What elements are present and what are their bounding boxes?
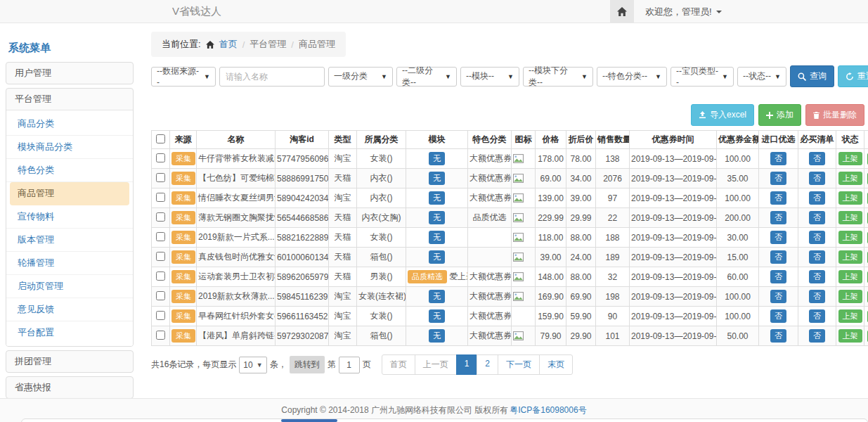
- page-button-末页[interactable]: 末页: [539, 354, 573, 375]
- module-badge[interactable]: 无: [429, 172, 445, 185]
- must-buy-toggle[interactable]: 否: [809, 270, 825, 283]
- status-badge[interactable]: 上架: [838, 191, 862, 205]
- import-select-toggle[interactable]: 否: [770, 250, 786, 264]
- status-badge[interactable]: 上架: [838, 290, 862, 303]
- module-badge[interactable]: 无: [429, 329, 445, 343]
- module-badge[interactable]: 无: [429, 309, 445, 323]
- module-badge[interactable]: 无: [429, 231, 445, 244]
- module-badge[interactable]: 无: [429, 290, 445, 303]
- filter-select-data-source[interactable]: --数据来源--▼: [151, 67, 216, 87]
- row-checkbox[interactable]: [156, 271, 165, 281]
- row-checkbox[interactable]: [156, 212, 165, 222]
- row-checkbox[interactable]: [156, 291, 165, 300]
- filter-select-item-type[interactable]: --宝贝类型--▼: [671, 67, 734, 87]
- status-badge[interactable]: 上架: [838, 309, 862, 323]
- cell-product-name: 【七色纺】可爱纯棉家...: [197, 169, 276, 188]
- cell-coupon-amount: 100.00: [717, 287, 759, 307]
- page-number-input[interactable]: [339, 357, 360, 373]
- name-search-input[interactable]: [219, 67, 325, 87]
- add-button[interactable]: 添加: [758, 104, 801, 126]
- sidebar-subitem-carousel-mgmt[interactable]: 轮播管理: [6, 252, 133, 275]
- status-badge[interactable]: 上架: [838, 329, 862, 343]
- must-buy-toggle[interactable]: 否: [809, 172, 825, 185]
- cell-status: 上架: [836, 208, 864, 228]
- module-badge[interactable]: 品质精选: [408, 270, 447, 283]
- filter-select-special-category[interactable]: --特色分类--▼: [597, 67, 667, 87]
- page-button-下一页[interactable]: 下一页: [498, 354, 540, 375]
- must-buy-toggle[interactable]: 否: [809, 231, 825, 244]
- must-buy-toggle[interactable]: 否: [809, 152, 825, 165]
- must-buy-toggle[interactable]: 否: [809, 309, 825, 323]
- import-select-toggle[interactable]: 否: [770, 172, 786, 185]
- sidebar-subitem-version-mgmt[interactable]: 版本管理: [6, 229, 133, 252]
- sidebar-subitem-goods-mgmt[interactable]: 商品管理: [10, 182, 129, 205]
- cell-taoke-id: 588216228899: [276, 228, 329, 248]
- reset-button[interactable]: 重置: [838, 65, 868, 87]
- sidebar-subitem-splash-mgmt[interactable]: 启动页管理: [6, 275, 133, 298]
- module-badge[interactable]: 无: [429, 191, 445, 205]
- row-checkbox[interactable]: [156, 232, 165, 241]
- row-checkbox[interactable]: [156, 153, 165, 162]
- per-page-select[interactable]: 10 ▼: [239, 357, 266, 373]
- row-checkbox[interactable]: [156, 311, 165, 320]
- status-badge[interactable]: 上架: [838, 231, 862, 244]
- sidebar-subitem-module-goods-category[interactable]: 模块商品分类: [6, 136, 133, 159]
- select-all-checkbox[interactable]: [156, 134, 165, 143]
- sidebar-item-platform[interactable]: 平台管理: [6, 89, 133, 110]
- import-excel-button[interactable]: 导入excel: [691, 104, 754, 126]
- cell-coupon-amount: 100.00: [717, 307, 759, 326]
- breadcrumb-home-link[interactable]: 首页: [219, 38, 238, 51]
- page-button-首页[interactable]: 首页: [382, 354, 415, 375]
- home-button[interactable]: [610, 0, 634, 23]
- filter-select-level2-category[interactable]: --二级分类--▼: [396, 67, 457, 87]
- page-button-1[interactable]: 1: [456, 354, 478, 375]
- cell-product-name: 真皮钱包时尚优雅女士...: [197, 248, 276, 267]
- import-select-toggle[interactable]: 否: [770, 309, 786, 323]
- sidebar-subitem-promo-materials[interactable]: 宣传物料: [6, 205, 133, 229]
- import-select-toggle[interactable]: 否: [770, 290, 786, 303]
- icp-link[interactable]: 粤ICP备16098006号: [510, 404, 586, 416]
- filter-select-module-subcategory[interactable]: --模块下分类--▼: [523, 67, 593, 87]
- page-button-上一页[interactable]: 上一页: [415, 354, 457, 375]
- row-checkbox[interactable]: [156, 252, 165, 261]
- must-buy-toggle[interactable]: 否: [809, 329, 825, 343]
- user-menu[interactable]: 欢迎您，管理员!: [645, 6, 722, 18]
- must-buy-toggle[interactable]: 否: [809, 290, 825, 303]
- status-badge[interactable]: 上架: [838, 250, 862, 264]
- module-badge[interactable]: 无: [429, 250, 445, 264]
- sidebar-subitem-feedback[interactable]: 意见反馈: [6, 298, 133, 321]
- sidebar-subitem-special-category[interactable]: 特色分类: [6, 159, 133, 182]
- import-select-toggle[interactable]: 否: [770, 191, 786, 205]
- batch-delete-button[interactable]: 批量删除: [805, 104, 864, 126]
- status-badge[interactable]: 上架: [838, 211, 862, 224]
- import-select-toggle[interactable]: 否: [770, 270, 786, 283]
- sidebar-subitem-goods-category[interactable]: 商品分类: [6, 113, 133, 136]
- jump-button[interactable]: 跳转到: [290, 356, 325, 373]
- module-badge[interactable]: 无: [429, 152, 445, 165]
- filter-select-status[interactable]: --状态--▼: [737, 67, 786, 87]
- sidebar-item-saving-news[interactable]: 省惠快报: [6, 377, 133, 398]
- import-select-toggle[interactable]: 否: [770, 152, 786, 165]
- must-buy-toggle[interactable]: 否: [809, 191, 825, 205]
- sidebar-item-users[interactable]: 用户管理: [6, 63, 133, 84]
- row-checkbox[interactable]: [156, 193, 165, 202]
- import-select-toggle[interactable]: 否: [770, 329, 786, 343]
- status-badge[interactable]: 上架: [838, 152, 862, 165]
- page-button-2[interactable]: 2: [477, 354, 498, 375]
- status-badge[interactable]: 上架: [838, 172, 862, 185]
- import-select-toggle[interactable]: 否: [770, 231, 786, 244]
- cell-discount-price: 24.00: [566, 248, 596, 267]
- cell-import-select: 否: [759, 248, 798, 267]
- module-badge[interactable]: 无: [429, 211, 445, 224]
- sidebar-item-group-buy[interactable]: 拼团管理: [6, 351, 133, 372]
- sidebar-subitem-platform-config[interactable]: 平台配置: [6, 321, 133, 344]
- status-badge[interactable]: 上架: [838, 270, 862, 283]
- row-checkbox[interactable]: [156, 173, 165, 182]
- search-button[interactable]: 查询: [790, 65, 834, 87]
- filter-select-level1-category[interactable]: 一级分类▼: [328, 67, 393, 87]
- must-buy-toggle[interactable]: 否: [809, 211, 825, 224]
- must-buy-toggle[interactable]: 否: [809, 250, 825, 264]
- row-checkbox[interactable]: [156, 331, 165, 340]
- filter-select-module[interactable]: --模块--▼: [460, 67, 519, 87]
- import-select-toggle[interactable]: 否: [770, 211, 786, 224]
